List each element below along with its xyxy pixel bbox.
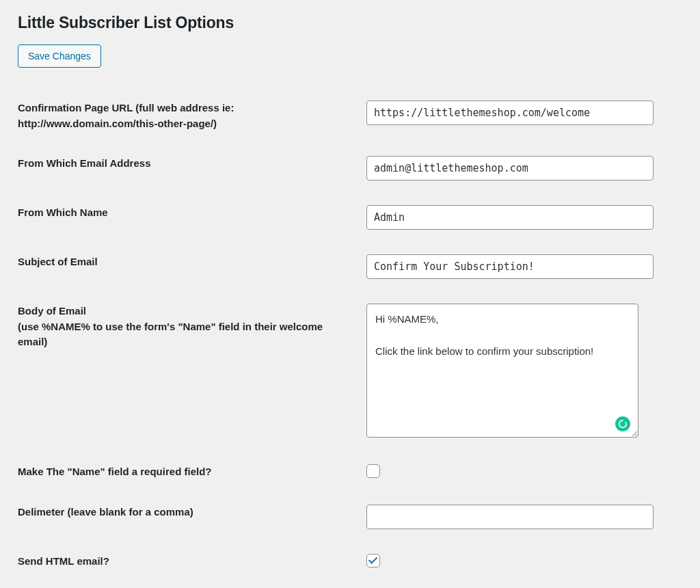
save-changes-button[interactable]: Save Changes (18, 44, 101, 68)
send-html-checkbox[interactable] (366, 554, 380, 567)
subject-label: Subject of Email (18, 242, 366, 291)
delimeter-label: Delimeter (leave blank for a comma) (18, 492, 366, 542)
from-name-label: From Which Name (18, 193, 366, 242)
body-label: Body of Email (use %NAME% to use the for… (18, 291, 366, 452)
from-name-input[interactable] (366, 205, 654, 230)
subject-input[interactable] (366, 254, 654, 279)
from-email-input[interactable] (366, 156, 654, 181)
confirmation-url-input[interactable] (366, 101, 654, 125)
name-required-label: Make The "Name" field a required field? (18, 452, 366, 492)
name-required-checkbox[interactable] (366, 464, 380, 478)
delimeter-input[interactable] (366, 505, 654, 529)
page-title: Little Subscriber List Options (18, 14, 682, 32)
confirmation-url-label: Confirmation Page URL (full web address … (18, 88, 366, 144)
settings-form-table: Confirmation Page URL (full web address … (18, 88, 682, 582)
body-textarea[interactable]: Hi %NAME%, Click the link below to confi… (366, 304, 638, 438)
from-email-label: From Which Email Address (18, 144, 366, 193)
grammarly-icon (615, 416, 630, 431)
send-html-label: Send HTML email? (18, 542, 366, 582)
